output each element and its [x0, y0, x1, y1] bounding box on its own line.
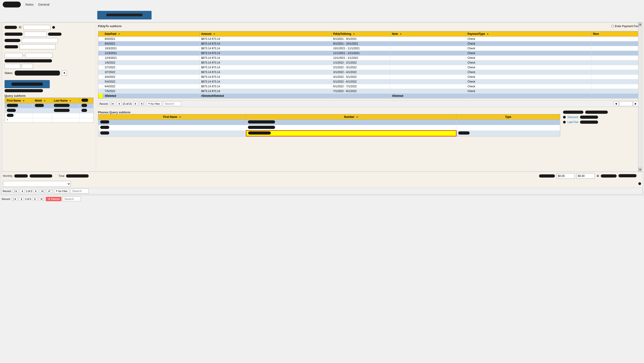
- pduptosubform-row[interactable]: 3/7/2022$873.14 873.143/1/2022 - 4/1/202…: [98, 70, 640, 75]
- row-datepaid: 10/3/2021: [103, 46, 200, 51]
- status-dropdown[interactable]: [15, 70, 60, 76]
- nav-left-arrow[interactable]: ◄: [614, 101, 619, 106]
- main-scrollbar[interactable]: ▲ ▼: [638, 22, 642, 172]
- phones-num-sort-icon[interactable]: ▼: [356, 116, 358, 118]
- col-amount[interactable]: Amount ▼: [199, 32, 331, 37]
- small-input-1[interactable]: [4, 64, 20, 69]
- nav-notes[interactable]: Notes: [25, 3, 34, 6]
- query-row-1[interactable]: [5, 103, 94, 108]
- query-col-extra: [80, 98, 94, 103]
- total-black: [66, 174, 89, 178]
- phones-row-2[interactable]: [98, 125, 560, 131]
- no-filter-btn-1[interactable]: ✕ No Filter: [146, 102, 162, 106]
- discount-link[interactable]: Discount: [568, 116, 578, 119]
- pduptosubform-row[interactable]: 12/4/2021$873.14 873.1412/1/2021 - 1/1/2…: [98, 56, 640, 60]
- row-pduptostring: 7/1/2022 - 8/1/2022: [331, 89, 390, 94]
- datepaid-sort-icon[interactable]: ▼: [118, 33, 120, 35]
- col-paymenttype[interactable]: PaymentType ▼: [466, 32, 591, 37]
- search-input-main[interactable]: [70, 188, 89, 193]
- late-fee-link[interactable]: Late Fee: [568, 120, 578, 124]
- query-col-lastname[interactable]: Last Name ▼: [52, 98, 80, 103]
- search-input-global[interactable]: [63, 196, 81, 201]
- bottom-dropdown[interactable]: [3, 181, 71, 187]
- main-prev-btn[interactable]: ◄: [20, 189, 25, 193]
- phones-col-number[interactable]: Number ▼: [246, 114, 456, 120]
- nav-general[interactable]: General: [38, 3, 50, 6]
- small-input-2[interactable]: [22, 64, 33, 69]
- no-filter-label-1: No Filter: [151, 102, 160, 105]
- row-amount: $873.14 873.14: [199, 46, 331, 51]
- pduptosubform-row[interactable]: 8/4/2021$873.14 873.148/1/2021 - 9/1/202…: [98, 37, 640, 42]
- global-first-btn[interactable]: |◄: [12, 197, 18, 200]
- left-blue-button[interactable]: [4, 80, 50, 88]
- pduptosubform-row[interactable]: 4/4/2022$873.14 873.144/1/2022 - 5/1/202…: [98, 75, 640, 80]
- main-last-btn[interactable]: ►|: [40, 189, 46, 193]
- global-prev-btn[interactable]: ◄: [19, 197, 24, 200]
- fin-black-2: [585, 110, 608, 114]
- nav-logo: [3, 2, 21, 8]
- dash-input-2[interactable]: [25, 53, 52, 58]
- qr2-f: [7, 109, 16, 112]
- row-amount: $873.14 873.14: [199, 75, 331, 80]
- phones-row-3[interactable]: [98, 130, 560, 136]
- dollar-input-1[interactable]: [557, 173, 575, 179]
- query-row-3[interactable]: [5, 113, 94, 118]
- search-input-1[interactable]: [163, 101, 181, 106]
- pduptotosubform-table: DatePaid ▼ Amount ▼ PdUpToString ▼: [98, 31, 640, 98]
- col-pduptostring[interactable]: PdUpToString ▼: [331, 32, 390, 37]
- pduptosubform-row[interactable]: 9/4/2021$873.14 873.149/1/2021 - 10/1/20…: [98, 42, 640, 46]
- lastname-sort-icon[interactable]: ▼: [69, 100, 72, 102]
- col-note[interactable]: Note ▼: [390, 32, 466, 37]
- row-rem: [591, 70, 640, 75]
- top-action-button[interactable]: [97, 11, 152, 20]
- pduptosubform-row[interactable]: 6/4/2022$873.14 873.146/1/2022 - 7/1/202…: [98, 84, 640, 89]
- middle-sort-icon[interactable]: ▼: [44, 100, 46, 102]
- phones-row-1[interactable]: [98, 120, 560, 125]
- query-col-firstname[interactable]: First Name ▼: [5, 98, 33, 103]
- enter-payment-radio[interactable]: Enter Payment Form: [611, 25, 640, 28]
- id-input[interactable]: [23, 25, 50, 30]
- dash-input-1[interactable]: [4, 53, 22, 58]
- pduptosubform-row[interactable]: 10/3/2021$873.14 873.1410/1/2021 - 11/1/…: [98, 46, 640, 51]
- amount-sort-icon[interactable]: ▼: [213, 33, 215, 35]
- main-next-btn[interactable]: ►: [34, 189, 38, 193]
- no-filter-btn-main[interactable]: ✕ No Filter: [54, 189, 70, 193]
- pduptosubform-row[interactable]: 7/5/2022$873.14 873.147/1/2022 - 8/1/202…: [98, 89, 640, 94]
- pduptosubform-row[interactable]: 5/4/2022$873.14 873.145/1/2022 - 6/1/202…: [98, 80, 640, 84]
- nav-right-arrow[interactable]: ►: [633, 101, 638, 106]
- main-first-btn[interactable]: |◄: [13, 189, 18, 193]
- nav-page-input[interactable]: [619, 101, 633, 106]
- dollar-input-2[interactable]: [576, 173, 595, 179]
- prev-record-btn[interactable]: ◄: [116, 102, 122, 106]
- name-input-1[interactable]: [24, 32, 46, 37]
- phones-fn-sort-icon[interactable]: ▼: [179, 116, 181, 118]
- query-row-2[interactable]: [5, 108, 94, 113]
- first-record-btn[interactable]: |◄: [110, 102, 115, 106]
- global-last-btn[interactable]: ►|: [39, 197, 44, 200]
- last-record-btn[interactable]: ►|: [140, 102, 145, 106]
- filtered-button[interactable]: ▼ Filtered: [46, 197, 62, 201]
- row-datepaid: #Deleted: [103, 94, 200, 98]
- paymenttype-sort-icon[interactable]: ▼: [486, 33, 489, 35]
- phones-col-type[interactable]: Type: [456, 114, 560, 120]
- col-rem[interactable]: Rem: [591, 32, 640, 37]
- next-record-btn[interactable]: ►: [133, 102, 138, 106]
- name-input-2[interactable]: [22, 38, 58, 43]
- name-input-3[interactable]: [20, 44, 56, 49]
- phones-col-firstname[interactable]: First Name ▼: [98, 114, 246, 120]
- pduptosubform-row[interactable]: 1/6/2022$873.14 873.141/1/2022 - 2/1/202…: [98, 60, 640, 65]
- pduptostring-sort-icon[interactable]: ▼: [353, 33, 355, 35]
- main-new-btn[interactable]: ►*: [47, 189, 53, 193]
- main-scroll-down[interactable]: ▼: [638, 168, 642, 172]
- main-scroll-up[interactable]: ▲: [638, 22, 642, 26]
- status-arrow[interactable]: ▼: [62, 70, 67, 76]
- col-datepaid[interactable]: DatePaid ▼: [103, 32, 200, 37]
- pduptosubform-row[interactable]: 11/3/2021$873.14 873.1411/1/2021 - 12/1/…: [98, 51, 640, 56]
- firstname-sort-icon[interactable]: ▼: [22, 100, 25, 102]
- pduptosubform-row[interactable]: 2/7/2022$873.14 873.142/1/2022 - 3/1/202…: [98, 65, 640, 70]
- row-pduptostring: 8/1/2021 - 9/1/2021: [331, 37, 390, 42]
- global-next-btn[interactable]: ►: [32, 197, 38, 200]
- query-col-middle[interactable]: Middl ▼: [33, 98, 52, 103]
- note-sort-icon[interactable]: ▼: [400, 33, 402, 35]
- pduptosubform-row[interactable]: #Deleted#Deleted#Deleted#Deleted: [98, 94, 640, 98]
